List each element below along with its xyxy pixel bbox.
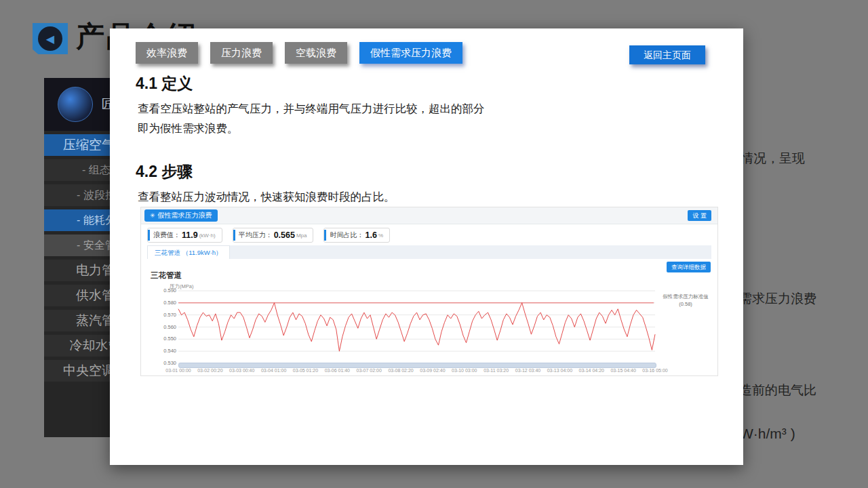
pipe-tab-sanhua[interactable]: 三花管道 （11.9kW·h） bbox=[147, 245, 230, 259]
pipe-tab-strip: 三花管道 （11.9kW·h） bbox=[147, 245, 711, 259]
embedded-screenshot: ✳假性需求压力浪费 设 置 浪费值：11.9(kW·h)平均压力：0.565Mp… bbox=[140, 207, 718, 376]
waste-type-badge[interactable]: ✳假性需求压力浪费 bbox=[144, 209, 218, 222]
stat-unit: Mpa bbox=[296, 232, 307, 239]
y-tick: 0.560 bbox=[152, 324, 176, 330]
chart-title: 三花管道 bbox=[151, 270, 182, 281]
back-icon[interactable]: ◀ bbox=[33, 23, 68, 54]
stat-value: 1.6 bbox=[365, 230, 376, 240]
threshold-annotation: 假性需求压力标准值 (0.58) bbox=[655, 293, 716, 308]
section-body-steps: 查看整站压力波动情况，快速获知浪费时段的占比。 bbox=[138, 187, 395, 207]
screenshot-header bbox=[141, 207, 717, 224]
badge-label: 假性需求压力浪费 bbox=[158, 211, 212, 219]
chart-scrollbar[interactable] bbox=[178, 363, 656, 368]
threshold-label: 假性需求压力标准值 bbox=[655, 293, 716, 300]
stat-label: 时间占比： bbox=[330, 230, 363, 240]
stat-box-1: 浪费值：11.9(kW·h) bbox=[147, 228, 222, 243]
section-body-definition: 查看空压站整站的产气压力，并与终端用气压力进行比较，超出的部分 即为假性需求浪费… bbox=[138, 99, 485, 138]
clipped-slide-text: W·h/m³ ) bbox=[740, 426, 795, 442]
x-tick: 03-16 05:00 bbox=[636, 368, 674, 373]
stat-value: 11.9 bbox=[182, 230, 198, 240]
company-logo-icon bbox=[58, 87, 93, 122]
stat-unit: (kW·h) bbox=[199, 232, 216, 239]
clipped-slide-text: 需求压力浪费 bbox=[739, 290, 816, 308]
content-modal: 效率浪费压力浪费空载浪费假性需求压力浪费 返回主页面 4.1 定义 查看空压站整… bbox=[110, 28, 743, 465]
clipped-slide-text: 情况，呈现 bbox=[741, 150, 805, 167]
waste-tab-1[interactable]: 效率浪费 bbox=[136, 42, 198, 64]
waste-tab-4[interactable]: 假性需求压力浪费 bbox=[359, 42, 462, 64]
waste-tab-2[interactable]: 压力浪费 bbox=[210, 42, 273, 64]
body-line: 查看整站压力波动情况，快速获知浪费时段的占比。 bbox=[138, 187, 395, 207]
y-tick: 0.590 bbox=[152, 287, 176, 293]
waste-tabs: 效率浪费压力浪费空载浪费假性需求压力浪费 bbox=[136, 42, 462, 64]
back-triangle-icon: ◀ bbox=[38, 26, 62, 51]
body-line: 即为假性需求浪费。 bbox=[138, 119, 485, 138]
threshold-value: (0.58) bbox=[655, 300, 716, 308]
settings-button[interactable]: 设 置 bbox=[688, 210, 711, 221]
waste-tab-3[interactable]: 空载浪费 bbox=[285, 42, 347, 64]
stat-box-3: 时间占比：1.6% bbox=[323, 228, 390, 243]
stat-box-2: 平均压力：0.565Mpa bbox=[233, 228, 314, 243]
stat-label: 浪费值： bbox=[153, 230, 180, 240]
y-tick: 0.570 bbox=[152, 312, 176, 318]
stat-label: 平均压力： bbox=[239, 230, 273, 240]
return-home-button[interactable]: 返回主页面 bbox=[629, 45, 705, 64]
stat-value: 0.565 bbox=[274, 230, 295, 240]
y-tick: 0.550 bbox=[152, 336, 176, 342]
y-tick: 0.540 bbox=[152, 348, 176, 354]
query-detail-button[interactable]: 查询详细数据 bbox=[667, 262, 711, 272]
body-line: 查看空压站整站的产气压力，并与终端用气压力进行比较，超出的部分 bbox=[138, 99, 485, 119]
clipped-slide-text: 造前的电气比 bbox=[739, 382, 816, 399]
stats-row: 浪费值：11.9(kW·h)平均压力：0.565Mpa时间占比：1.6% bbox=[147, 228, 390, 243]
y-tick: 0.530 bbox=[152, 360, 176, 366]
section-heading-steps: 4.2 步骤 bbox=[136, 161, 193, 182]
atom-icon: ✳ bbox=[150, 212, 155, 219]
stat-unit: % bbox=[378, 232, 383, 239]
y-tick: 0.580 bbox=[152, 300, 176, 306]
section-heading-definition: 4.1 定义 bbox=[136, 73, 193, 94]
